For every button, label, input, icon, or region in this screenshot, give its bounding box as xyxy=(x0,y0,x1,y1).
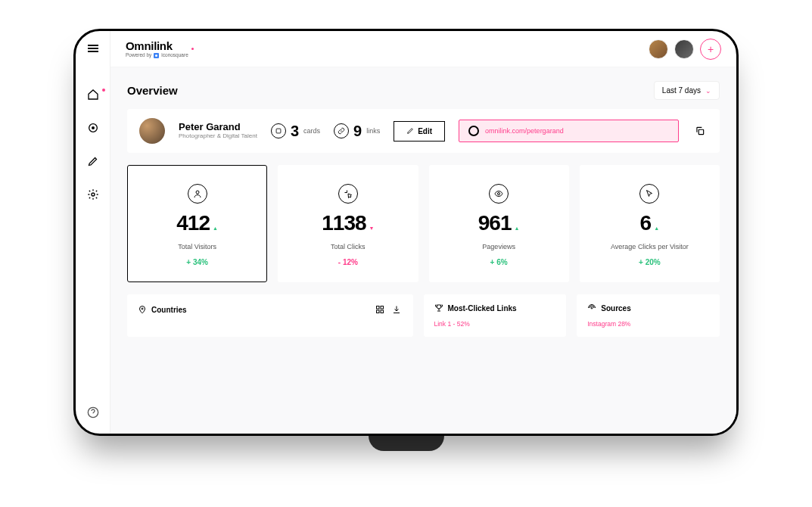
svg-point-6 xyxy=(196,191,199,194)
panel-title: Countries xyxy=(151,306,187,314)
cards-label: cards xyxy=(303,127,320,135)
chevron-down-icon: ⌄ xyxy=(705,87,711,95)
workspace-avatar-1[interactable] xyxy=(649,39,668,59)
page-title: Overview xyxy=(127,84,178,97)
trend-up-icon: ▲ xyxy=(213,226,218,231)
add-button[interactable]: + xyxy=(700,39,721,60)
eye-icon xyxy=(489,184,509,204)
cursor-icon xyxy=(639,184,659,204)
metric-label: Average Clicks per Visitor xyxy=(611,243,689,250)
metrics-grid: 412▲ Total Visitors + 34% 1138▼ Total Cl… xyxy=(127,165,720,282)
workspace-avatar-2[interactable] xyxy=(674,39,694,59)
metric-label: Total Visitors xyxy=(178,243,216,250)
nav-help[interactable] xyxy=(86,405,101,420)
metric-label: Pageviews xyxy=(482,243,515,250)
copy-link-button[interactable] xyxy=(692,123,708,138)
profile-role: Photographer & Digital Talent xyxy=(179,133,257,140)
grid-view-button[interactable] xyxy=(374,303,386,316)
nav-target[interactable] xyxy=(86,120,101,135)
nav-home[interactable] xyxy=(86,87,101,102)
trophy-icon xyxy=(434,303,443,313)
profile-name: Peter Garand xyxy=(179,122,257,132)
svg-rect-12 xyxy=(381,310,384,313)
links-count: 9 xyxy=(353,123,362,140)
pin-icon xyxy=(138,305,147,314)
metric-total-visitors[interactable]: 412▲ Total Visitors + 34% xyxy=(127,165,267,282)
metric-pageviews[interactable]: 961▲ Pageviews + 6% xyxy=(429,165,569,282)
nav-edit[interactable] xyxy=(86,154,101,169)
download-button[interactable] xyxy=(390,303,403,316)
metric-avg-clicks[interactable]: 6▲ Average Clicks per Visitor + 20% xyxy=(580,165,720,282)
broadcast-icon xyxy=(587,303,596,313)
profile-avatar xyxy=(139,118,165,144)
cards-stat: 3 cards xyxy=(271,123,320,140)
content-area: Overview Last 7 days ⌄ Peter Garand Phot… xyxy=(110,67,736,434)
edit-label: Edit xyxy=(418,127,432,135)
links-label: links xyxy=(366,127,380,135)
metric-value: 6 xyxy=(640,211,652,235)
svg-rect-11 xyxy=(376,310,379,313)
profile-bar: Peter Garand Photographer & Digital Tale… xyxy=(127,109,720,153)
panel-title: Most-Clicked Links xyxy=(448,304,517,313)
cards-icon xyxy=(271,123,286,138)
source-row: Instagram 28% xyxy=(587,320,709,328)
svg-point-8 xyxy=(142,308,143,309)
brand-logo: Omnilink Powered by iconosquare xyxy=(126,40,188,58)
edit-button[interactable]: Edit xyxy=(394,121,445,142)
svg-point-7 xyxy=(498,193,500,195)
links-icon xyxy=(334,123,349,138)
metric-label: Total Clicks xyxy=(331,243,366,250)
trend-up-icon: ▲ xyxy=(515,226,520,231)
nav-settings[interactable] xyxy=(86,187,101,202)
trend-down-icon: ▼ xyxy=(369,226,375,231)
metric-change: - 12% xyxy=(338,258,358,266)
pencil-icon xyxy=(406,127,414,135)
trend-up-icon: ▲ xyxy=(654,226,659,231)
date-range-filter[interactable]: Last 7 days ⌄ xyxy=(654,81,720,100)
panel-title: Sources xyxy=(601,304,630,313)
omnilink-icon xyxy=(468,126,479,136)
menu-icon[interactable] xyxy=(88,45,98,52)
svg-rect-5 xyxy=(698,129,703,134)
profile-url: omnilink.com/petergarand xyxy=(485,127,564,135)
cards-count: 3 xyxy=(291,123,299,140)
sidebar xyxy=(76,31,110,434)
copy-icon xyxy=(695,126,705,136)
most-clicked-links-panel: Most-Clicked Links Link 1 - 52% xyxy=(424,294,567,337)
svg-point-1 xyxy=(92,127,94,129)
brand-name-text: Omnilink xyxy=(126,39,173,52)
links-stat: 9 links xyxy=(334,123,380,140)
metric-value: 961 xyxy=(478,211,512,235)
click-icon xyxy=(338,184,358,204)
powered-name: iconosquare xyxy=(161,53,188,58)
powered-prefix: Powered by xyxy=(126,53,151,58)
date-range-label: Last 7 days xyxy=(662,86,701,95)
metric-value: 1138 xyxy=(322,211,366,235)
svg-rect-10 xyxy=(381,306,384,309)
iconosquare-icon xyxy=(154,53,159,58)
svg-point-2 xyxy=(92,193,95,196)
metric-change: + 20% xyxy=(639,258,661,266)
svg-rect-9 xyxy=(376,306,379,309)
metric-change: + 6% xyxy=(490,258,508,266)
link-row: Link 1 - 52% xyxy=(434,320,556,328)
svg-point-13 xyxy=(591,307,593,309)
panels-row: Countries Most-Clicked Links Link 1 - 52… xyxy=(127,294,720,337)
profile-url-box[interactable]: omnilink.com/petergarand xyxy=(459,120,679,142)
metric-change: + 34% xyxy=(186,258,208,266)
svg-rect-4 xyxy=(276,129,281,133)
countries-panel: Countries xyxy=(127,294,413,337)
metric-total-clicks[interactable]: 1138▼ Total Clicks - 12% xyxy=(278,165,418,282)
topbar: Omnilink Powered by iconosquare + xyxy=(110,31,736,67)
sources-panel: Sources Instagram 28% xyxy=(577,294,720,337)
visitor-icon xyxy=(188,184,207,204)
metric-value: 412 xyxy=(176,211,210,235)
